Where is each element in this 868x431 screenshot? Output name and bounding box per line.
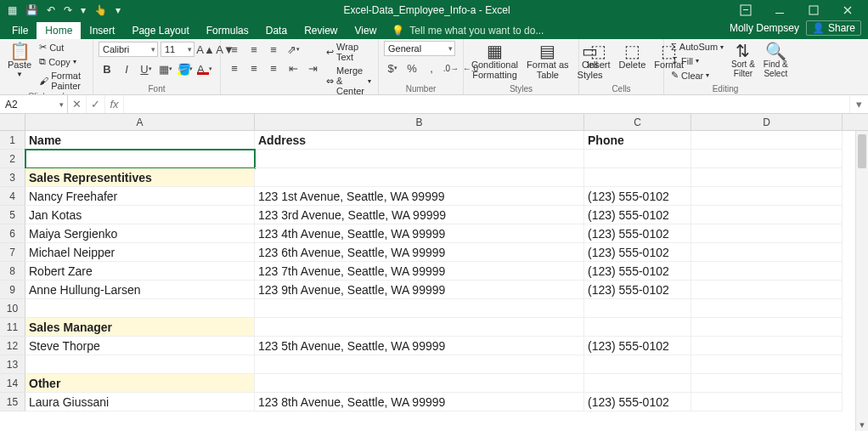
cell-D2[interactable] — [691, 150, 843, 168]
tell-me-box[interactable]: 💡 Tell me what you want to do... — [388, 22, 547, 39]
cell-B7[interactable]: 123 6th Avenue, Seattle, WA 99999 — [255, 243, 584, 262]
cell-B14[interactable] — [255, 374, 584, 393]
tab-view[interactable]: View — [347, 22, 386, 39]
cell-A12[interactable]: Steve Thorpe — [25, 337, 255, 355]
font-size-selector[interactable]: 11 — [161, 42, 194, 57]
cell-B2[interactable] — [255, 150, 584, 168]
row-header[interactable]: 3 — [0, 168, 25, 187]
formula-bar-expand-icon[interactable]: ▾ — [849, 95, 868, 113]
fx-enter-icon[interactable]: ✓ — [87, 95, 105, 113]
increase-decimal-button[interactable]: .0→ — [442, 60, 459, 77]
number-format-selector[interactable]: General — [384, 41, 455, 56]
cell-D5[interactable] — [691, 206, 843, 224]
cell-C8[interactable]: (123) 555-0102 — [584, 262, 691, 281]
format-painter-button[interactable]: 🖌Format Painter — [37, 70, 87, 92]
cell-B8[interactable]: 123 7th Avenue, Seattle, WA 99999 — [255, 262, 584, 281]
format-as-table-button[interactable]: ▤Format as Table — [524, 41, 572, 82]
cell-A14[interactable]: Other — [25, 374, 255, 393]
cell-A8[interactable]: Robert Zare — [25, 262, 255, 281]
copy-button[interactable]: ⧉Copy ▾ — [37, 55, 87, 68]
cell-D6[interactable] — [691, 224, 843, 243]
cell-D14[interactable] — [691, 374, 843, 393]
tab-home[interactable]: Home — [37, 22, 81, 39]
insert-cells-button[interactable]: ⬚Insert — [584, 41, 613, 72]
cell-C1[interactable]: Phone — [584, 131, 691, 150]
cut-button[interactable]: ✂Cut — [37, 41, 87, 54]
merge-center-button[interactable]: ⇔Merge & Center ▾ — [324, 65, 373, 95]
increase-font-icon[interactable]: A▲ — [197, 41, 214, 58]
cell-B10[interactable] — [255, 299, 584, 318]
cell-D11[interactable] — [691, 318, 843, 337]
conditional-formatting-button[interactable]: ▦Conditional Formatting — [469, 41, 521, 82]
cell-C10[interactable] — [584, 299, 691, 318]
cell-A13[interactable] — [25, 355, 255, 374]
italic-button[interactable]: I — [118, 60, 135, 77]
underline-button[interactable]: U ▾ — [138, 60, 155, 77]
row-header[interactable]: 6 — [0, 224, 25, 243]
cell-A5[interactable]: Jan Kotas — [25, 206, 255, 224]
cell-D1[interactable] — [691, 131, 843, 150]
currency-button[interactable]: $▾ — [384, 60, 401, 77]
find-select-button[interactable]: 🔍Find & Select — [761, 41, 791, 80]
cell-C15[interactable]: (123) 555-0102 — [584, 393, 691, 411]
column-header-B[interactable]: B — [255, 114, 584, 130]
tab-data[interactable]: Data — [257, 22, 296, 39]
cell-C5[interactable]: (123) 555-0102 — [584, 206, 691, 224]
cell-A2[interactable] — [25, 150, 255, 168]
qat-customize-icon[interactable]: ▾ — [113, 4, 123, 16]
autosum-button[interactable]: ΣAutoSum ▾ — [669, 41, 725, 53]
cell-A11[interactable]: Sales Manager — [25, 318, 255, 337]
cell-D9[interactable] — [691, 281, 843, 299]
cell-B6[interactable]: 123 4th Avenue, Seattle, WA 99999 — [255, 224, 584, 243]
share-button[interactable]: 👤 Share — [806, 20, 861, 36]
qat-undo-icon[interactable]: ↶ — [44, 4, 58, 16]
cell-B3[interactable] — [255, 168, 584, 187]
row-header[interactable]: 13 — [0, 355, 25, 374]
cell-A9[interactable]: Anne Hullung-Larsen — [25, 281, 255, 299]
bold-button[interactable]: B — [99, 60, 116, 77]
maximize-button[interactable] — [798, 0, 829, 20]
scroll-thumb[interactable] — [858, 134, 866, 168]
cell-A1[interactable]: Name — [25, 131, 255, 150]
cell-A15[interactable]: Laura Giussani — [25, 393, 255, 411]
align-right-icon[interactable]: ≡ — [265, 60, 282, 77]
comma-button[interactable]: , — [423, 60, 440, 77]
cell-C11[interactable] — [584, 318, 691, 337]
cell-B4[interactable]: 123 1st Avenue, Seattle, WA 99999 — [255, 187, 584, 206]
qat-touch-icon[interactable]: 👆 — [92, 4, 110, 16]
row-header[interactable]: 12 — [0, 337, 25, 355]
row-header[interactable]: 5 — [0, 206, 25, 224]
cell-D8[interactable] — [691, 262, 843, 281]
cell-C6[interactable]: (123) 555-0102 — [584, 224, 691, 243]
wrap-text-button[interactable]: ↩Wrap Text — [324, 41, 373, 63]
row-header[interactable]: 15 — [0, 393, 25, 411]
account-user[interactable]: Molly Dempsey — [730, 22, 799, 34]
cell-B9[interactable]: 123 9th Avenue, Seattle, WA 99999 — [255, 281, 584, 299]
cell-B13[interactable] — [255, 355, 584, 374]
cell-C14[interactable] — [584, 374, 691, 393]
font-color-button[interactable]: A▾ — [196, 60, 213, 77]
cell-D12[interactable] — [691, 337, 843, 355]
tab-page-layout[interactable]: Page Layout — [123, 22, 197, 39]
align-top-icon[interactable]: ≡ — [226, 41, 243, 58]
row-header[interactable]: 1 — [0, 131, 25, 150]
row-header[interactable]: 4 — [0, 187, 25, 206]
formula-input[interactable] — [124, 95, 849, 113]
cell-C9[interactable]: (123) 555-0102 — [584, 281, 691, 299]
row-header[interactable]: 11 — [0, 318, 25, 337]
cell-B5[interactable]: 123 3rd Avenue, Seattle, WA 99999 — [255, 206, 584, 224]
fx-icon[interactable]: fx — [105, 95, 124, 113]
cell-A3[interactable]: Sales Representitives — [25, 168, 255, 187]
cell-B1[interactable]: Address — [255, 131, 584, 150]
orientation-icon[interactable]: ⇗▾ — [285, 41, 302, 58]
cell-A10[interactable] — [25, 299, 255, 318]
cell-A7[interactable]: Michael Neipper — [25, 243, 255, 262]
row-header[interactable]: 10 — [0, 299, 25, 318]
column-header-C[interactable]: C — [584, 114, 691, 130]
row-header[interactable]: 7 — [0, 243, 25, 262]
qat-redo-icon[interactable]: ↷ — [61, 4, 75, 16]
cell-C2[interactable] — [584, 150, 691, 168]
align-bottom-icon[interactable]: ≡ — [265, 41, 282, 58]
cell-C4[interactable]: (123) 555-0102 — [584, 187, 691, 206]
tab-insert[interactable]: Insert — [81, 22, 123, 39]
